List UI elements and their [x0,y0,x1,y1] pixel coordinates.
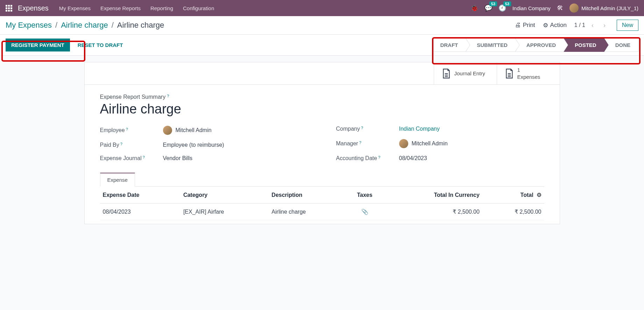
step-posted[interactable]: POSTED [564,38,604,52]
breadcrumb-current: Airline charge [117,21,164,30]
th-description[interactable]: Description [269,187,345,204]
breadcrumb-mid[interactable]: Airline charge [61,21,108,30]
step-draft[interactable]: DRAFT [432,38,466,52]
progress-steps: DRAFT SUBMITTED APPROVED POSTED DONE [432,38,638,52]
form-sheet: Journal Entry 1 Expenses Expense Report … [84,62,560,224]
document-icon [442,68,451,79]
apps-icon[interactable] [6,5,12,12]
stat-button-box: Journal Entry 1 Expenses [85,62,560,85]
help-icon[interactable]: ? [359,140,361,145]
table-header-row: Expense Date Category Description Taxes … [100,187,544,204]
document-icon [505,68,514,79]
help-icon[interactable]: ? [120,142,122,146]
nav-reporting[interactable]: Reporting [150,5,173,11]
status-actions: REGISTER PAYMENT RESET TO DRAFT [6,39,126,51]
control-panel: My Expenses / Airline charge / Airline c… [0,16,644,35]
th-category[interactable]: Category [181,187,269,204]
avatar-icon [399,139,408,148]
field-journal: Expense Journal? Vendor Bills [100,155,308,161]
sheet-body: Expense Report Summary ? Airline charge … [85,85,560,224]
attachment-icon[interactable]: 📎 [361,209,368,215]
user-avatar-icon [569,4,579,13]
nav-expense-reports[interactable]: Expense Reports [100,5,141,11]
cell-total: ₹ 2,500.00 [482,204,544,220]
pager: 1 / 1 ‹ › [574,21,609,30]
top-navbar: Expenses My Expenses Expense Reports Rep… [0,0,644,16]
company-selector[interactable]: Indian Company [512,5,551,11]
messages-icon[interactable]: 💬53 [484,4,492,12]
new-button[interactable]: New [617,20,638,31]
field-manager: Manager? Mitchell Admin [336,139,544,148]
help-icon[interactable]: ? [143,155,145,159]
tab-expense[interactable]: Expense [100,173,135,187]
tabs: Expense [100,173,544,187]
help-icon[interactable]: ? [167,94,169,98]
status-bar: REGISTER PAYMENT RESET TO DRAFT DRAFT SU… [0,35,644,56]
activities-icon[interactable]: 🕘53 [498,4,506,12]
help-icon[interactable]: ? [126,127,128,131]
field-employee: Employee? Mitchell Admin [100,126,308,135]
expense-table: Expense Date Category Description Taxes … [100,187,544,220]
breadcrumb: My Expenses / Airline charge / Airline c… [6,21,164,30]
navbar-right: 🐞 💬53 🕘53 Indian Company 🛠 Mitchell Admi… [470,4,638,13]
user-menu[interactable]: Mitchell Admin (JULY_1) [569,4,638,13]
page-title: Airline charge [100,102,544,117]
pager-prev-icon[interactable]: ‹ [588,21,597,30]
stat-expenses[interactable]: 1 Expenses [497,62,560,84]
th-total-currency[interactable]: Total In Currency [385,187,482,204]
field-company: Company? Indian Company [336,126,544,132]
step-submitted[interactable]: SUBMITTED [466,38,515,52]
gear-icon: ⚙ [543,22,548,29]
stat-expenses-label: Expenses [517,74,540,81]
step-approved[interactable]: APPROVED [515,38,564,52]
th-taxes[interactable]: Taxes [345,187,385,204]
field-accounting-date: Accounting Date? 08/04/2023 [336,155,544,161]
stat-expenses-count: 1 [517,67,540,74]
pager-next-icon[interactable]: › [600,21,609,30]
navbar-left: Expenses My Expenses Expense Reports Rep… [6,4,214,12]
cell-date: 08/04/2023 [100,204,181,220]
print-icon: 🖨 [515,22,521,29]
tools-icon[interactable]: 🛠 [557,5,563,12]
avatar-icon [163,126,172,135]
table-row[interactable]: 08/04/2023 [EX_AIR] Airfare Airline char… [100,204,544,220]
action-label: Action [550,22,567,29]
nav-my-expenses[interactable]: My Expenses [59,5,91,11]
print-label: Print [523,22,535,29]
activities-badge: 53 [503,1,511,6]
cell-taxes: 📎 [345,204,385,220]
bug-icon[interactable]: 🐞 [470,4,478,12]
field-col-right: Company? Indian Company Manager? Mitchel… [336,126,544,161]
user-name: Mitchell Admin (JULY_1) [581,5,638,11]
th-date[interactable]: Expense Date [100,187,181,204]
field-paid-by: Paid By? Employee (to reimburse) [100,142,308,148]
cell-category: [EX_AIR] Airfare [181,204,269,220]
stat-journal-entry[interactable]: Journal Entry [434,62,497,84]
nav-menu: My Expenses Expense Reports Reporting Co… [59,5,214,11]
messages-badge: 53 [489,1,497,6]
form-container: Journal Entry 1 Expenses Expense Report … [63,62,581,224]
summary-label: Expense Report Summary ? [100,94,544,100]
stat-journal-label: Journal Entry [454,70,485,77]
control-panel-right: 🖨 Print ⚙ Action 1 / 1 ‹ › New [515,20,638,31]
breadcrumb-sep: / [112,21,114,30]
cell-total-currency: ₹ 2,500.00 [385,204,482,220]
help-icon[interactable]: ? [361,126,363,130]
step-done[interactable]: DONE [604,38,638,52]
help-icon[interactable]: ? [378,155,380,159]
breadcrumb-sep: / [55,21,57,30]
register-payment-button[interactable]: REGISTER PAYMENT [6,39,70,51]
th-total[interactable]: Total ⚙ [482,187,544,204]
breadcrumb-root[interactable]: My Expenses [6,21,52,30]
nav-configuration[interactable]: Configuration [183,5,214,11]
field-grid: Employee? Mitchell Admin Paid By? Employ… [100,126,544,161]
columns-options-icon[interactable]: ⚙ [537,192,542,198]
print-button[interactable]: 🖨 Print [515,22,535,29]
cell-description: Airline charge [269,204,345,220]
reset-to-draft-button[interactable]: RESET TO DRAFT [75,39,126,51]
pager-count: 1 / 1 [574,22,585,28]
brand-title[interactable]: Expenses [18,4,49,12]
field-col-left: Employee? Mitchell Admin Paid By? Employ… [100,126,308,161]
action-button[interactable]: ⚙ Action [543,22,567,29]
